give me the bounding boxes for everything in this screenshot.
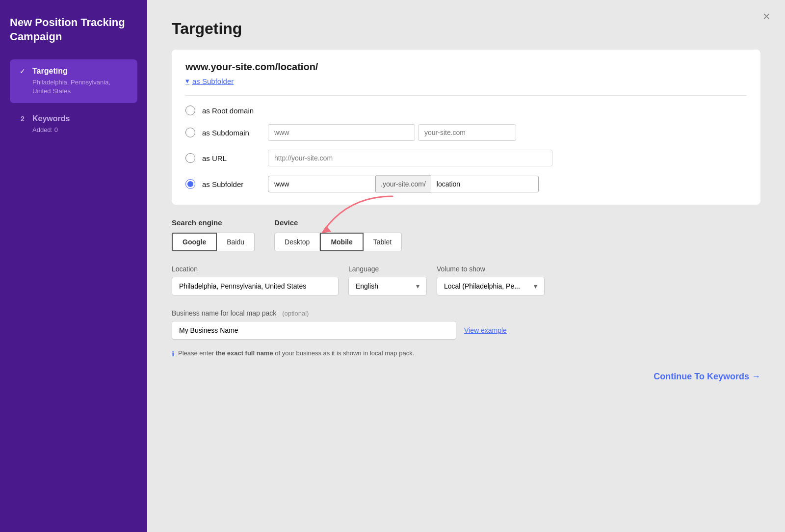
view-example-link[interactable]: View example [464, 326, 507, 334]
business-section: Business name for local map pack (option… [172, 309, 760, 340]
search-engine-group: Search engine Google Baidu [172, 218, 255, 251]
radio-url[interactable] [185, 153, 195, 163]
device-buttons: Desktop Mobile Tablet [274, 233, 402, 251]
option-url: as URL [185, 150, 747, 166]
language-value: English [356, 282, 378, 290]
sidebar-keywords-sub: Added: 0 [32, 126, 130, 134]
chevron-down-icon: ▾ [185, 77, 189, 85]
note-before: Please enter [178, 349, 216, 357]
keywords-number: 2 [18, 114, 27, 124]
radio-subdomain-label: as Subdomain [202, 129, 261, 137]
subdomain-domain-input[interactable] [418, 124, 516, 141]
url-input[interactable] [268, 150, 552, 166]
business-name-input[interactable] [172, 321, 456, 340]
sidebar-item-targeting[interactable]: ✓ Targeting Philadelphia, Pennsylvania, … [10, 59, 137, 103]
volume-label: Volume to show [437, 265, 545, 273]
optional-badge: (optional) [282, 310, 309, 317]
subfolder-prefix-input[interactable] [268, 176, 376, 192]
location-input[interactable] [172, 277, 339, 295]
sidebar: New Position Tracking Campaign ✓ Targeti… [0, 0, 147, 532]
continue-button[interactable]: Continue To Keywords → [654, 372, 760, 382]
volume-select[interactable]: Local (Philadelphia, Pe... ▾ [437, 277, 545, 295]
note-bold: the exact full name [216, 349, 273, 357]
language-label: Language [348, 265, 427, 273]
sidebar-targeting-sub: Philadelphia, Pennsylvania, United State… [32, 78, 130, 96]
close-button[interactable]: × [763, 10, 770, 23]
language-group: Language English ▾ [348, 265, 427, 295]
sidebar-targeting-label: Targeting [32, 67, 68, 76]
page-title: Targeting [172, 20, 760, 38]
sidebar-keywords-label: Keywords [32, 114, 70, 123]
device-tablet-button[interactable]: Tablet [364, 233, 402, 251]
subdomain-prefix-input[interactable] [268, 124, 415, 141]
radio-subfolder-label: as Subfolder [202, 180, 261, 188]
option-subdomain: as Subdomain [185, 124, 747, 141]
location-label: Location [172, 265, 339, 273]
subfolder-toggle-label: as Subfolder [192, 77, 234, 85]
footer-row: Continue To Keywords → [172, 372, 760, 382]
option-subfolder: as Subfolder .your-site.com/ [185, 175, 747, 193]
domain-card: www.your-site.com/location/ ▾ as Subfold… [172, 50, 760, 205]
subfolder-path-input[interactable] [431, 176, 539, 192]
volume-group: Volume to show Local (Philadelphia, Pe..… [437, 265, 545, 295]
sidebar-item-keywords[interactable]: 2 Keywords Added: 0 [10, 107, 137, 141]
location-group: Location [172, 265, 339, 295]
note-row: ℹ Please enter the exact full name of yo… [172, 349, 760, 358]
info-icon: ℹ [172, 350, 174, 358]
radio-root[interactable] [185, 106, 195, 115]
note-text: Please enter the exact full name of your… [178, 349, 414, 357]
radio-subdomain[interactable] [185, 128, 195, 137]
search-baidu-button[interactable]: Baidu [217, 233, 255, 251]
device-label: Device [274, 218, 402, 227]
main-content: × Targeting www.your-site.com/location/ … [147, 0, 785, 532]
business-label: Business name for local map pack [172, 309, 276, 317]
search-device-row: Search engine Google Baidu Device Deskto… [172, 218, 760, 251]
option-root: as Root domain [185, 106, 747, 115]
radio-subfolder[interactable] [185, 179, 195, 189]
subfolder-domain-mid: .your-site.com/ [376, 175, 431, 193]
subfolder-toggle[interactable]: ▾ as Subfolder [185, 77, 747, 85]
search-engine-label: Search engine [172, 218, 255, 227]
chevron-down-icon: ▾ [534, 282, 537, 290]
radio-url-label: as URL [202, 154, 261, 162]
device-mobile-button[interactable]: Mobile [320, 233, 363, 251]
device-group: Device Desktop Mobile Tablet [274, 218, 402, 251]
search-google-button[interactable]: Google [172, 233, 217, 251]
radio-root-label: as Root domain [202, 106, 261, 115]
chevron-down-icon: ▾ [416, 282, 419, 290]
search-engine-buttons: Google Baidu [172, 233, 255, 251]
language-select[interactable]: English ▾ [348, 277, 427, 295]
note-after: of your business as it is shown in local… [273, 349, 415, 357]
location-language-row: Location Language English ▾ Volume to sh… [172, 265, 760, 295]
volume-value: Local (Philadelphia, Pe... [444, 282, 520, 290]
check-icon: ✓ [18, 66, 27, 76]
device-desktop-button[interactable]: Desktop [274, 233, 320, 251]
domain-url: www.your-site.com/location/ [185, 61, 747, 73]
sidebar-title: New Position Tracking Campaign [10, 16, 137, 44]
